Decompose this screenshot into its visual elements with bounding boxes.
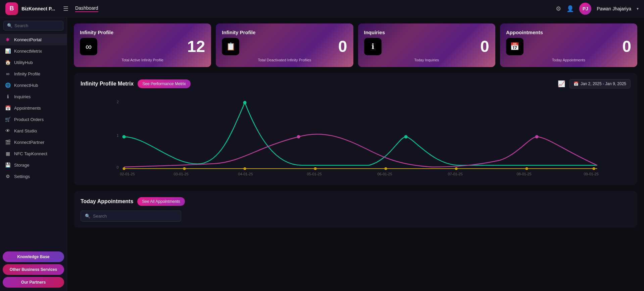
sidebar-item-label: Storage: [14, 163, 30, 168]
sidebar-item-label: Product Orders: [14, 117, 44, 122]
x-label-8: 09-01-25: [584, 172, 599, 176]
sidebar-item-utilityhub[interactable]: 🏠 UtilityHub: [0, 57, 67, 68]
stat-cards: Infinity Profile ∞ 12 Total Active Infin…: [74, 23, 637, 67]
infinityprofile-icon: ∞: [5, 71, 11, 76]
chart-header: Infinity Profile Metrix See Performance …: [81, 79, 631, 89]
productorders-icon: 🛒: [5, 117, 11, 122]
sidebar-item-konnecthub[interactable]: 🌐 KonnectHub: [0, 79, 67, 91]
username: Pawan Jhajariya: [597, 6, 631, 11]
stat-number: 0: [338, 39, 347, 55]
x-dot-7: [526, 167, 528, 170]
deactivated-icon: 📋: [226, 42, 235, 51]
sidebar-item-konnectmetrix[interactable]: 📊 KonnectMetrix: [0, 45, 67, 57]
sidebar-item-label: KonnectHub: [14, 83, 38, 88]
sidebar-item-kardstudio[interactable]: 👁 Kard Studio: [0, 125, 67, 136]
stat-label: Total Deactivated Infinity Profiles: [222, 58, 347, 62]
x-label-6: 07-01-25: [448, 172, 463, 176]
topnav-right: ⚙ 👤 PJ Pawan Jhajariya ▾: [556, 3, 639, 15]
x-dot-8: [593, 167, 595, 170]
x-label-4: 05-01-25: [307, 172, 322, 176]
stat-label: Total Active Infinity Profile: [80, 58, 205, 62]
inquiries-icon-box: ℹ: [364, 38, 382, 55]
stat-card-title: Inquiries: [364, 30, 489, 35]
logo: B BizKonnect P...: [5, 2, 55, 15]
settings-sidebar-icon: ⚙: [5, 174, 11, 179]
appointments-search-input[interactable]: [93, 214, 177, 219]
chart-type-icon[interactable]: 📈: [558, 80, 565, 88]
sidebar-item-infinityprofile[interactable]: ∞ Infinity Profile: [0, 68, 67, 79]
teal-line: [124, 103, 597, 165]
our-partners-button[interactable]: Our Partners: [3, 277, 64, 288]
teal-dot-3: [404, 135, 408, 138]
appointments-stat-icon: 📅: [510, 42, 519, 51]
x-dot-1: [123, 167, 126, 170]
sidebar-item-label: NFC TapKonnect: [14, 151, 47, 156]
sidebar-item-label: Inquiries: [14, 94, 31, 99]
x-label-2: 03-01-25: [174, 172, 189, 176]
chevron-down-icon[interactable]: ▾: [637, 6, 639, 11]
utilityhub-icon: 🏠: [5, 60, 11, 65]
sidebar-bottom: Knowledge Base Other Business Services O…: [0, 249, 67, 291]
search-input[interactable]: [14, 23, 60, 28]
konnectpartner-icon: 🎬: [5, 139, 11, 145]
x-dot-3: [244, 167, 246, 170]
logo-icon: B: [5, 2, 18, 15]
sidebar-item-inquiries[interactable]: ℹ Inquiries: [0, 91, 67, 102]
stat-card-infinity-deactivated: Infinity Profile 📋 0 Total Deactivated I…: [216, 23, 353, 67]
konnecthub-icon: 🌐: [5, 82, 11, 88]
see-all-appointments-button[interactable]: See All Appointments: [137, 197, 185, 206]
hamburger-icon[interactable]: ☰: [63, 5, 68, 12]
x-dot-4: [314, 167, 317, 170]
app-title: BizKonnect P...: [21, 6, 55, 11]
sidebar-item-storage[interactable]: 💾 Storage: [0, 159, 67, 171]
calendar-icon: 📅: [574, 81, 579, 86]
sidebar-item-label: Infinity Profile: [14, 71, 40, 76]
see-performance-metrix-button[interactable]: See Performance Metrix: [138, 79, 190, 88]
chart-section: Infinity Profile Metrix See Performance …: [74, 73, 637, 185]
nav-dashboard-link[interactable]: Dashboard: [75, 5, 98, 12]
avatar[interactable]: PJ: [579, 3, 591, 15]
konnectmetrix-icon: 📊: [5, 48, 11, 54]
sidebar-item-label: KonnectMetrix: [14, 49, 42, 54]
sidebar: 🔍 ✱ KonnectPortal 📊 KonnectMetrix 🏠 Util…: [0, 17, 67, 291]
sidebar-item-appointments[interactable]: 📅 Appointments: [0, 102, 67, 114]
teal-dot-1: [122, 135, 126, 138]
y-label-0: 0: [117, 165, 119, 169]
stat-card-title: Appoointments: [506, 30, 631, 35]
purple-dot-2: [535, 135, 539, 138]
search-icon: 🔍: [7, 23, 12, 28]
sidebar-item-label: KonnectPortal: [14, 37, 42, 42]
purple-dot-1: [297, 135, 300, 138]
x-label-5: 06-01-25: [378, 172, 392, 176]
x-dot-5: [385, 167, 387, 170]
storage-icon: 💾: [5, 162, 11, 168]
inquiries-icon: ℹ: [5, 94, 11, 99]
purple-line: [124, 134, 597, 167]
stat-label: Today Appointments: [506, 58, 631, 62]
sidebar-item-label: Appointments: [14, 106, 41, 111]
settings-icon[interactable]: ⚙: [556, 5, 561, 12]
appointments-icon-box: 📅: [506, 38, 524, 55]
stat-label: Today Inquiries: [364, 58, 489, 62]
sidebar-item-settings[interactable]: ⚙ Settings: [0, 171, 67, 182]
users-icon[interactable]: 👤: [566, 5, 574, 12]
date-range-label: Jan 2, 2025 - Jan 9, 2025: [581, 81, 626, 86]
sidebar-item-label: Settings: [14, 174, 30, 179]
sidebar-item-konnectportal[interactable]: ✱ KonnectPortal: [0, 34, 67, 45]
appointments-search[interactable]: 🔍: [81, 211, 181, 222]
y-label-2: 2: [117, 100, 119, 104]
date-range-button[interactable]: 📅 Jan 2, 2025 - Jan 9, 2025: [569, 79, 631, 89]
sidebar-item-konnectpartner[interactable]: 🎬 KonnectPartner: [0, 136, 67, 148]
knowledge-base-button[interactable]: Knowledge Base: [3, 251, 64, 262]
stat-card-title: Infinity Profile: [80, 30, 205, 35]
deactivated-icon-box: 📋: [222, 38, 239, 55]
x-label-7: 08-01-25: [517, 172, 532, 176]
infinity-icon: ∞: [86, 42, 92, 52]
chart-header-right: 📈 📅 Jan 2, 2025 - Jan 9, 2025: [558, 79, 631, 89]
sidebar-item-nfctapkonnect[interactable]: ▦ NFC TapKonnect: [0, 148, 67, 159]
other-business-services-button[interactable]: Other Business Services: [3, 264, 64, 275]
main-layout: 🔍 ✱ KonnectPortal 📊 KonnectMetrix 🏠 Util…: [0, 17, 644, 291]
sidebar-search[interactable]: 🔍: [3, 21, 63, 31]
teal-dot-2: [243, 101, 247, 104]
sidebar-item-productorders[interactable]: 🛒 Product Orders: [0, 114, 67, 125]
